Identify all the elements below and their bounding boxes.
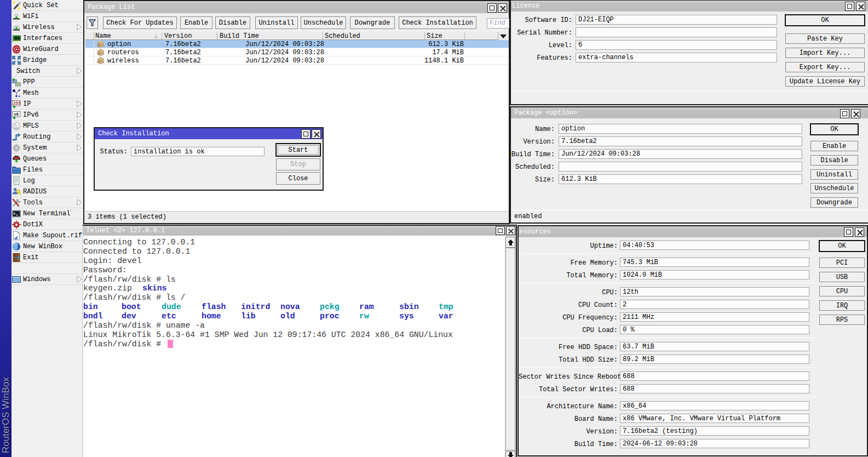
svg-text:v6: v6 — [14, 112, 19, 117]
svg-text:255: 255 — [13, 101, 21, 106]
